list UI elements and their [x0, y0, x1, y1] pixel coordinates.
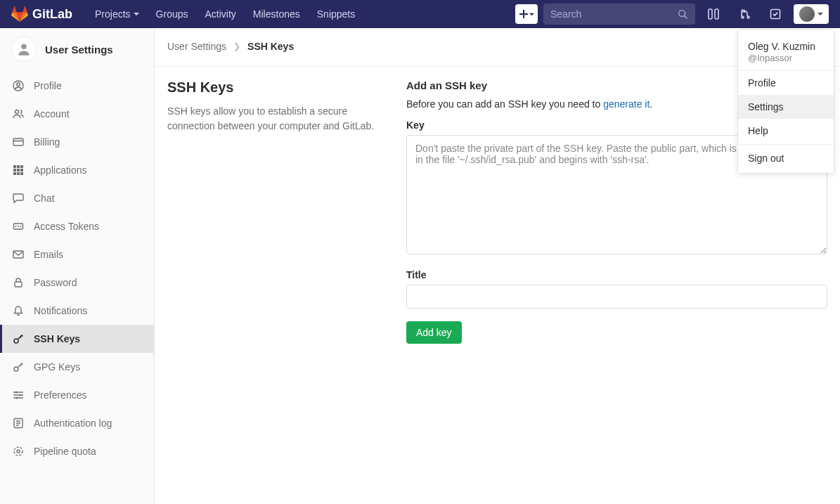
account-icon — [13, 108, 24, 119]
key-icon — [13, 333, 24, 344]
svg-rect-0 — [709, 9, 712, 19]
plus-icon — [519, 10, 528, 18]
sidebar-item-emails[interactable]: Emails — [0, 240, 154, 269]
sidebar-item-ssh-keys[interactable]: SSH Keys — [0, 325, 154, 353]
sidebar-item-label: Emails — [34, 249, 63, 260]
navbar: GitLab Projects Groups Activity Mileston… — [0, 0, 840, 28]
title-field-group: Title — [406, 269, 827, 309]
sidebar-title: User Settings — [45, 44, 113, 56]
sidebar-item-label: Authentication log — [34, 418, 112, 429]
pipeline-icon — [13, 446, 24, 457]
svg-rect-22 — [15, 282, 22, 287]
todos-icon — [770, 8, 781, 20]
svg-rect-15 — [17, 172, 20, 175]
sidebar-item-chat[interactable]: Chat — [0, 184, 154, 212]
sidebar-item-billing[interactable]: Billing — [0, 128, 154, 156]
svg-point-24 — [14, 367, 18, 371]
sidebar-item-label: Password — [34, 277, 77, 288]
svg-rect-1 — [715, 9, 718, 19]
sidebar-header: User Settings — [0, 28, 154, 72]
sidebar-avatar — [11, 37, 37, 62]
sidebar-item-profile[interactable]: Profile — [0, 72, 154, 100]
svg-rect-11 — [13, 169, 16, 172]
issues-icon — [708, 8, 719, 20]
svg-point-20 — [20, 226, 22, 227]
svg-rect-14 — [13, 172, 16, 175]
nav-item-activity[interactable]: Activity — [197, 1, 245, 27]
divider — [738, 144, 834, 145]
sidebar-item-auth-log[interactable]: Authentication log — [0, 409, 154, 437]
sidebar-item-label: Applications — [34, 164, 87, 176]
user-menu-settings[interactable]: Settings — [738, 95, 834, 119]
page-title: SSH Keys — [167, 79, 385, 96]
svg-rect-8 — [13, 165, 16, 168]
search-icon — [678, 9, 688, 20]
user-menu-help[interactable]: Help — [738, 119, 834, 143]
new-dropdown-button[interactable] — [515, 4, 538, 24]
svg-point-27 — [16, 397, 18, 399]
chevron-right-icon: ❯ — [233, 41, 240, 51]
generate-it-link[interactable]: generate it — [603, 98, 650, 110]
merge-request-icon — [739, 8, 750, 20]
svg-point-23 — [14, 339, 18, 343]
avatar — [799, 6, 815, 22]
breadcrumb-current: SSH Keys — [247, 41, 294, 52]
user-icon — [17, 42, 31, 56]
add-key-button[interactable]: Add key — [406, 321, 462, 344]
sidebar-item-label: Account — [34, 108, 70, 119]
nav-item-groups[interactable]: Groups — [148, 1, 197, 27]
merge-requests-icon-button[interactable] — [732, 4, 757, 24]
sidebar-item-notifications[interactable]: Notifications — [0, 297, 154, 325]
nav-item-milestones[interactable]: Milestones — [245, 1, 309, 27]
svg-point-5 — [17, 83, 20, 86]
svg-point-26 — [20, 394, 22, 396]
sidebar-item-label: Notifications — [34, 305, 87, 316]
chat-icon — [13, 193, 24, 204]
sidebar-item-label: Preferences — [34, 389, 86, 401]
sidebar-item-label: GPG Keys — [34, 361, 80, 373]
issues-icon-button[interactable] — [701, 4, 726, 24]
svg-point-25 — [15, 392, 18, 394]
svg-point-29 — [14, 447, 22, 455]
chevron-down-icon — [818, 11, 823, 17]
sidebar-item-label: Billing — [34, 136, 60, 148]
user-menu-button[interactable] — [794, 4, 829, 24]
gitlab-logo[interactable]: GitLab — [11, 6, 72, 22]
sidebar-item-label: Profile — [34, 80, 62, 91]
sidebar-item-label: Chat — [34, 193, 55, 204]
breadcrumb-parent[interactable]: User Settings — [167, 41, 226, 52]
svg-point-6 — [15, 110, 19, 114]
sidebar-item-preferences[interactable]: Preferences — [0, 381, 154, 409]
log-icon — [13, 418, 24, 429]
preferences-icon — [13, 389, 24, 401]
nav-item-snippets[interactable]: Snippets — [309, 1, 363, 27]
user-menu-signout[interactable]: Sign out — [738, 146, 834, 170]
nav-item-projects[interactable]: Projects — [86, 1, 148, 27]
layout: User Settings Profile Account Billing Ap… — [0, 28, 840, 504]
sidebar-item-pipeline-quota[interactable]: Pipeline quota — [0, 437, 154, 465]
sidebar-item-account[interactable]: Account — [0, 100, 154, 128]
user-menu-header: Oleg V. Kuzmin @Inpassor — [738, 33, 834, 71]
sidebar-item-password[interactable]: Password — [0, 269, 154, 297]
title-label: Title — [406, 269, 827, 280]
sidebar-item-gpg-keys[interactable]: GPG Keys — [0, 353, 154, 381]
nav-right — [515, 4, 829, 25]
search-input[interactable] — [550, 8, 678, 20]
sidebar-item-label: Pipeline quota — [34, 446, 96, 457]
sidebar-item-access-tokens[interactable]: Access Tokens — [0, 212, 154, 240]
svg-rect-13 — [20, 169, 23, 172]
applications-icon — [13, 164, 24, 176]
svg-rect-16 — [20, 172, 23, 175]
svg-rect-10 — [20, 165, 23, 168]
svg-rect-12 — [17, 169, 20, 172]
title-input[interactable] — [406, 285, 827, 309]
user-handle: @Inpassor — [748, 53, 824, 63]
todos-icon-button[interactable] — [763, 4, 788, 24]
gitlab-icon — [11, 6, 28, 22]
token-icon — [13, 221, 24, 232]
sidebar-item-applications[interactable]: Applications — [0, 156, 154, 184]
billing-icon — [13, 136, 24, 148]
user-menu-profile[interactable]: Profile — [738, 71, 834, 95]
lock-icon — [13, 277, 24, 288]
search-box[interactable] — [543, 4, 695, 25]
